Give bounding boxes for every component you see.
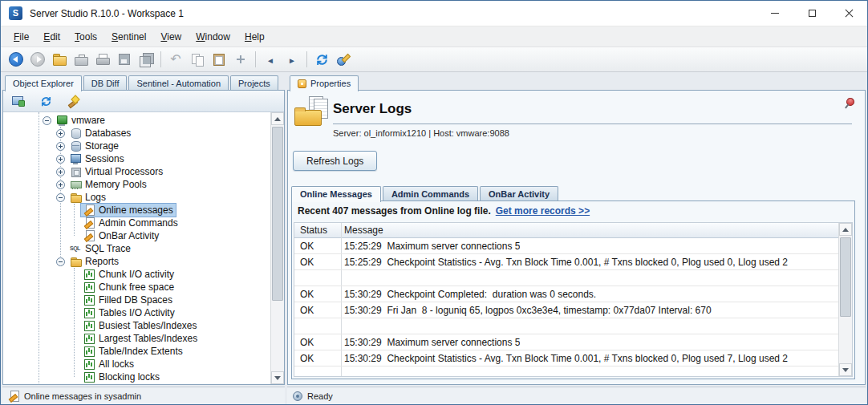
tree-spacer xyxy=(67,281,81,294)
scroll-thumb[interactable] xyxy=(840,237,851,317)
scroll-down-button[interactable] xyxy=(839,363,852,376)
expand-handle-icon[interactable] xyxy=(54,178,67,191)
tab-label: DB Diff xyxy=(91,79,120,88)
expand-handle-icon[interactable] xyxy=(54,140,67,152)
tree-spacer xyxy=(67,306,81,319)
wand-button[interactable] xyxy=(63,91,83,111)
log-status-cell xyxy=(294,270,338,286)
log-row[interactable]: OK 15:30:29 Checkpoint Statistics - Avg.… xyxy=(294,350,838,367)
tab-properties[interactable]: Properties xyxy=(290,75,359,91)
tab-object-explorer[interactable]: Object Explorer xyxy=(5,75,82,91)
scroll-down-button[interactable] xyxy=(271,371,284,384)
tree-item-admin-commands[interactable]: Admin Commands xyxy=(3,217,270,229)
tab-projects[interactable]: Projects xyxy=(230,75,278,91)
undo-button[interactable] xyxy=(165,50,186,70)
print-button[interactable] xyxy=(92,50,113,70)
tab-db-diff[interactable]: DB Diff xyxy=(83,75,128,91)
forward-button[interactable] xyxy=(27,50,48,70)
get-more-records-link[interactable]: Get more records >> xyxy=(496,205,590,217)
refresh-logs-button[interactable]: Refresh Logs xyxy=(293,151,377,171)
add-button[interactable] xyxy=(230,50,251,70)
collapse-handle-icon[interactable] xyxy=(54,255,67,268)
back-button[interactable] xyxy=(6,50,26,70)
tree-item-virtual-processors[interactable]: Virtual Processors xyxy=(3,165,270,178)
expand-handle-icon[interactable] xyxy=(54,152,67,165)
tab-online-messages[interactable]: Online Messages xyxy=(291,186,381,202)
tab-sentinel-automation[interactable]: Sentinel - Automation xyxy=(128,75,229,91)
tree-item-filled-db-spaces[interactable]: Filled DB Spaces xyxy=(3,294,270,306)
menu-file[interactable]: File xyxy=(6,28,36,46)
log-row[interactable] xyxy=(294,270,838,286)
wand-icon xyxy=(67,95,79,107)
collapse-handle-icon[interactable] xyxy=(54,191,67,204)
refresh-tree-button[interactable] xyxy=(35,91,56,111)
tree-item-busiest-tables-indexes[interactable]: Busiest Tables/Indexes xyxy=(3,319,270,332)
new-connection-button[interactable] xyxy=(8,91,29,111)
menu-help[interactable]: Help xyxy=(237,28,272,46)
tab-label: Object Explorer xyxy=(13,79,74,88)
tree-item-tables-io-activity[interactable]: Tables I/O Activity xyxy=(3,306,270,319)
menu-view[interactable]: View xyxy=(153,28,189,46)
export-button[interactable] xyxy=(282,50,302,70)
tree-item-databases[interactable]: Databases xyxy=(3,127,270,140)
note-icon xyxy=(8,391,19,402)
tree-item-memory-pools[interactable]: Memory Pools xyxy=(3,178,270,191)
maximize-button[interactable] xyxy=(793,1,830,26)
tree-item-label: Filled DB Spaces xyxy=(99,294,172,306)
log-row[interactable]: OK 15:30:29 Maximum server connections 5 xyxy=(294,334,838,350)
log-row[interactable]: OK 15:25:29 Maximum server connections 5 xyxy=(294,238,838,254)
copy-button[interactable] xyxy=(187,50,208,70)
expand-handle-icon[interactable] xyxy=(54,165,67,178)
tab-onbar-activity[interactable]: OnBar Activity xyxy=(480,186,558,201)
menu-window[interactable]: Window xyxy=(189,28,237,46)
tree-item-reports[interactable]: Reports xyxy=(3,255,270,268)
tree-item-storage[interactable]: Storage xyxy=(3,140,270,152)
tab-admin-commands[interactable]: Admin Commands xyxy=(383,186,478,201)
log-row[interactable]: OK 15:30:29 Fri Jan 8 - loguniq 65, logp… xyxy=(294,302,838,318)
scroll-up-button[interactable] xyxy=(839,223,852,236)
log-row[interactable] xyxy=(294,318,838,334)
log-scrollbar[interactable] xyxy=(838,223,852,376)
menu-tools[interactable]: Tools xyxy=(67,28,104,46)
expand-handle-icon[interactable] xyxy=(54,127,67,140)
minimize-button[interactable] xyxy=(756,1,793,26)
save-all-button[interactable] xyxy=(136,50,156,70)
tree-item-all-locks[interactable]: All locks xyxy=(3,358,270,371)
tree-item-chunk-io-activity[interactable]: Chunk I/O activity xyxy=(3,268,270,281)
tree-item-sql-trace[interactable]: SQL Trace xyxy=(3,242,270,255)
tree-scrollbar[interactable] xyxy=(270,112,284,384)
menu-sentinel[interactable]: Sentinel xyxy=(104,28,153,46)
configure-icon xyxy=(337,54,351,66)
tree-item-blocking-locks[interactable]: Blocking locks xyxy=(3,371,270,383)
right-panel: Properties Server Logs Server: ol_inform… xyxy=(287,72,866,404)
log-summary-text: Recent 407 messages from Online log file… xyxy=(298,205,491,217)
menu-edit[interactable]: Edit xyxy=(36,28,67,46)
configure-button[interactable] xyxy=(333,50,354,70)
refresh-button-toolbar[interactable] xyxy=(311,50,332,70)
tree-item-sessions[interactable]: Sessions xyxy=(3,152,270,165)
pin-icon[interactable] xyxy=(840,94,858,111)
workspace-button[interactable] xyxy=(71,50,91,70)
close-button[interactable] xyxy=(830,1,867,26)
open-button[interactable] xyxy=(49,50,70,70)
scroll-up-button[interactable] xyxy=(271,112,284,125)
tree-item-table-index-extents[interactable]: Table/Index Extents xyxy=(3,345,270,358)
tree-item-vmware[interactable]: vmware xyxy=(3,114,270,127)
scroll-thumb[interactable] xyxy=(272,127,283,301)
log-row[interactable]: OK 15:25:29 Checkpoint Statistics - Avg.… xyxy=(294,254,838,270)
tree-item-logs[interactable]: Logs xyxy=(3,191,270,204)
tree-item-largest-tables-indexes[interactable]: Largest Tables/Indexes xyxy=(3,332,270,345)
tree-item-online-messages[interactable]: Online messages xyxy=(3,204,270,217)
tree-item-onbar-activity[interactable]: OnBar Activity xyxy=(3,229,270,242)
refresh-icon xyxy=(315,53,329,67)
log-row[interactable]: OK 15:30:29 Checkpoint Completed: durati… xyxy=(294,286,838,302)
tree-node: Chunk I/O activity xyxy=(81,268,176,281)
paste-button[interactable] xyxy=(209,50,229,70)
sql-icon xyxy=(70,243,82,254)
save-button[interactable] xyxy=(114,50,135,70)
import-button[interactable] xyxy=(260,50,281,70)
tree-item-chunk-free-space[interactable]: Chunk free space xyxy=(3,281,270,294)
tree-node: Busiest Tables/Indexes xyxy=(81,319,200,332)
tree-spacer xyxy=(67,371,81,383)
collapse-handle-icon[interactable] xyxy=(40,114,54,127)
